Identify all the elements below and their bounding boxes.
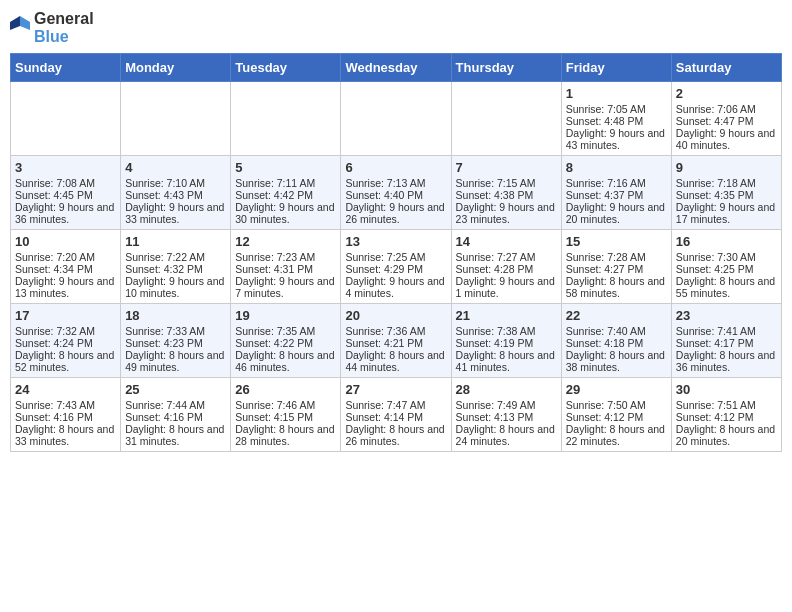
logo: General Blue xyxy=(10,10,94,45)
day-info: Sunrise: 7:18 AM Sunset: 4:35 PM Dayligh… xyxy=(676,177,775,225)
day-cell-18: 18Sunrise: 7:33 AM Sunset: 4:23 PM Dayli… xyxy=(121,304,231,378)
day-info: Sunrise: 7:35 AM Sunset: 4:22 PM Dayligh… xyxy=(235,325,334,373)
day-cell-19: 19Sunrise: 7:35 AM Sunset: 4:22 PM Dayli… xyxy=(231,304,341,378)
day-number: 30 xyxy=(676,382,777,397)
day-cell-6: 6Sunrise: 7:13 AM Sunset: 4:40 PM Daylig… xyxy=(341,156,451,230)
day-number: 27 xyxy=(345,382,446,397)
day-cell-8: 8Sunrise: 7:16 AM Sunset: 4:37 PM Daylig… xyxy=(561,156,671,230)
day-info: Sunrise: 7:28 AM Sunset: 4:27 PM Dayligh… xyxy=(566,251,665,299)
day-cell-22: 22Sunrise: 7:40 AM Sunset: 4:18 PM Dayli… xyxy=(561,304,671,378)
day-info: Sunrise: 7:47 AM Sunset: 4:14 PM Dayligh… xyxy=(345,399,444,447)
day-cell-4: 4Sunrise: 7:10 AM Sunset: 4:43 PM Daylig… xyxy=(121,156,231,230)
day-number: 13 xyxy=(345,234,446,249)
day-cell-11: 11Sunrise: 7:22 AM Sunset: 4:32 PM Dayli… xyxy=(121,230,231,304)
day-number: 29 xyxy=(566,382,667,397)
day-cell-27: 27Sunrise: 7:47 AM Sunset: 4:14 PM Dayli… xyxy=(341,378,451,452)
day-info: Sunrise: 7:15 AM Sunset: 4:38 PM Dayligh… xyxy=(456,177,555,225)
day-number: 14 xyxy=(456,234,557,249)
day-cell-14: 14Sunrise: 7:27 AM Sunset: 4:28 PM Dayli… xyxy=(451,230,561,304)
day-cell-20: 20Sunrise: 7:36 AM Sunset: 4:21 PM Dayli… xyxy=(341,304,451,378)
day-info: Sunrise: 7:41 AM Sunset: 4:17 PM Dayligh… xyxy=(676,325,775,373)
day-info: Sunrise: 7:51 AM Sunset: 4:12 PM Dayligh… xyxy=(676,399,775,447)
day-info: Sunrise: 7:44 AM Sunset: 4:16 PM Dayligh… xyxy=(125,399,224,447)
day-info: Sunrise: 7:13 AM Sunset: 4:40 PM Dayligh… xyxy=(345,177,444,225)
day-number: 1 xyxy=(566,86,667,101)
day-info: Sunrise: 7:22 AM Sunset: 4:32 PM Dayligh… xyxy=(125,251,224,299)
day-header-sunday: Sunday xyxy=(11,54,121,82)
day-number: 28 xyxy=(456,382,557,397)
logo-bird-icon xyxy=(10,14,30,38)
day-info: Sunrise: 7:10 AM Sunset: 4:43 PM Dayligh… xyxy=(125,177,224,225)
logo-general: General xyxy=(34,10,94,28)
day-number: 21 xyxy=(456,308,557,323)
day-info: Sunrise: 7:06 AM Sunset: 4:47 PM Dayligh… xyxy=(676,103,775,151)
day-info: Sunrise: 7:32 AM Sunset: 4:24 PM Dayligh… xyxy=(15,325,114,373)
day-info: Sunrise: 7:16 AM Sunset: 4:37 PM Dayligh… xyxy=(566,177,665,225)
day-info: Sunrise: 7:40 AM Sunset: 4:18 PM Dayligh… xyxy=(566,325,665,373)
day-number: 6 xyxy=(345,160,446,175)
week-row-4: 17Sunrise: 7:32 AM Sunset: 4:24 PM Dayli… xyxy=(11,304,782,378)
day-info: Sunrise: 7:08 AM Sunset: 4:45 PM Dayligh… xyxy=(15,177,114,225)
day-number: 23 xyxy=(676,308,777,323)
day-number: 24 xyxy=(15,382,116,397)
empty-cell xyxy=(451,82,561,156)
day-cell-12: 12Sunrise: 7:23 AM Sunset: 4:31 PM Dayli… xyxy=(231,230,341,304)
day-info: Sunrise: 7:27 AM Sunset: 4:28 PM Dayligh… xyxy=(456,251,555,299)
day-header-row: SundayMondayTuesdayWednesdayThursdayFrid… xyxy=(11,54,782,82)
day-info: Sunrise: 7:30 AM Sunset: 4:25 PM Dayligh… xyxy=(676,251,775,299)
day-info: Sunrise: 7:49 AM Sunset: 4:13 PM Dayligh… xyxy=(456,399,555,447)
day-cell-30: 30Sunrise: 7:51 AM Sunset: 4:12 PM Dayli… xyxy=(671,378,781,452)
empty-cell xyxy=(341,82,451,156)
day-number: 18 xyxy=(125,308,226,323)
week-row-2: 3Sunrise: 7:08 AM Sunset: 4:45 PM Daylig… xyxy=(11,156,782,230)
day-cell-21: 21Sunrise: 7:38 AM Sunset: 4:19 PM Dayli… xyxy=(451,304,561,378)
day-cell-17: 17Sunrise: 7:32 AM Sunset: 4:24 PM Dayli… xyxy=(11,304,121,378)
day-cell-5: 5Sunrise: 7:11 AM Sunset: 4:42 PM Daylig… xyxy=(231,156,341,230)
day-number: 5 xyxy=(235,160,336,175)
day-cell-16: 16Sunrise: 7:30 AM Sunset: 4:25 PM Dayli… xyxy=(671,230,781,304)
day-number: 17 xyxy=(15,308,116,323)
day-info: Sunrise: 7:23 AM Sunset: 4:31 PM Dayligh… xyxy=(235,251,334,299)
day-info: Sunrise: 7:50 AM Sunset: 4:12 PM Dayligh… xyxy=(566,399,665,447)
day-info: Sunrise: 7:46 AM Sunset: 4:15 PM Dayligh… xyxy=(235,399,334,447)
day-number: 7 xyxy=(456,160,557,175)
day-header-tuesday: Tuesday xyxy=(231,54,341,82)
day-number: 20 xyxy=(345,308,446,323)
day-number: 3 xyxy=(15,160,116,175)
day-number: 11 xyxy=(125,234,226,249)
empty-cell xyxy=(121,82,231,156)
day-cell-23: 23Sunrise: 7:41 AM Sunset: 4:17 PM Dayli… xyxy=(671,304,781,378)
day-info: Sunrise: 7:36 AM Sunset: 4:21 PM Dayligh… xyxy=(345,325,444,373)
day-number: 19 xyxy=(235,308,336,323)
calendar-table: SundayMondayTuesdayWednesdayThursdayFrid… xyxy=(10,53,782,452)
week-row-5: 24Sunrise: 7:43 AM Sunset: 4:16 PM Dayli… xyxy=(11,378,782,452)
day-info: Sunrise: 7:43 AM Sunset: 4:16 PM Dayligh… xyxy=(15,399,114,447)
day-number: 9 xyxy=(676,160,777,175)
svg-marker-0 xyxy=(20,16,30,30)
day-number: 10 xyxy=(15,234,116,249)
day-cell-1: 1Sunrise: 7:05 AM Sunset: 4:48 PM Daylig… xyxy=(561,82,671,156)
day-cell-15: 15Sunrise: 7:28 AM Sunset: 4:27 PM Dayli… xyxy=(561,230,671,304)
logo-blue: Blue xyxy=(34,28,94,46)
day-header-monday: Monday xyxy=(121,54,231,82)
day-info: Sunrise: 7:25 AM Sunset: 4:29 PM Dayligh… xyxy=(345,251,444,299)
day-number: 12 xyxy=(235,234,336,249)
day-info: Sunrise: 7:20 AM Sunset: 4:34 PM Dayligh… xyxy=(15,251,114,299)
day-number: 26 xyxy=(235,382,336,397)
day-number: 2 xyxy=(676,86,777,101)
day-cell-10: 10Sunrise: 7:20 AM Sunset: 4:34 PM Dayli… xyxy=(11,230,121,304)
day-cell-9: 9Sunrise: 7:18 AM Sunset: 4:35 PM Daylig… xyxy=(671,156,781,230)
day-cell-26: 26Sunrise: 7:46 AM Sunset: 4:15 PM Dayli… xyxy=(231,378,341,452)
day-number: 25 xyxy=(125,382,226,397)
day-info: Sunrise: 7:33 AM Sunset: 4:23 PM Dayligh… xyxy=(125,325,224,373)
day-cell-2: 2Sunrise: 7:06 AM Sunset: 4:47 PM Daylig… xyxy=(671,82,781,156)
day-number: 22 xyxy=(566,308,667,323)
day-cell-28: 28Sunrise: 7:49 AM Sunset: 4:13 PM Dayli… xyxy=(451,378,561,452)
day-info: Sunrise: 7:11 AM Sunset: 4:42 PM Dayligh… xyxy=(235,177,334,225)
day-number: 15 xyxy=(566,234,667,249)
day-info: Sunrise: 7:38 AM Sunset: 4:19 PM Dayligh… xyxy=(456,325,555,373)
day-cell-3: 3Sunrise: 7:08 AM Sunset: 4:45 PM Daylig… xyxy=(11,156,121,230)
day-number: 4 xyxy=(125,160,226,175)
day-info: Sunrise: 7:05 AM Sunset: 4:48 PM Dayligh… xyxy=(566,103,665,151)
header: General Blue xyxy=(10,10,782,45)
